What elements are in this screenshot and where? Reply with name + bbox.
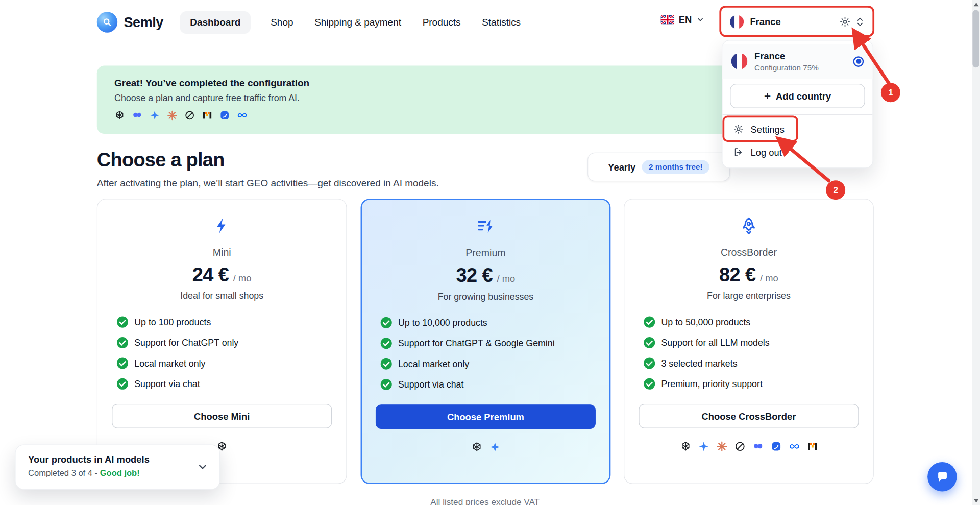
feature-list: Up to 50,000 products Support for all LL…: [644, 317, 853, 390]
gemini-icon: [489, 441, 500, 452]
country-name: France: [754, 51, 846, 62]
plan-card-crossborder: CrossBorder 82 € / mo For large enterpri…: [624, 199, 874, 484]
vertical-scrollbar[interactable]: [972, 0, 980, 505]
scrollbar-thumb[interactable]: [972, 10, 979, 68]
brand-name: Semly: [124, 14, 163, 31]
country-selector-button[interactable]: France: [723, 8, 872, 35]
widget-title: Your products in AI models: [28, 454, 207, 465]
annotation-step-circle-2: [826, 180, 845, 200]
feature-label: Support for ChatGPT & Google Gemini: [398, 338, 555, 348]
top-navigation-bar: Semly Dashboard Shop Shipping & payment …: [0, 0, 980, 45]
feature-label: Support for ChatGPT only: [134, 338, 238, 348]
widget-status-highlight: Good job!: [100, 468, 140, 477]
plan-card-premium: Premium 32 € / mo For growing businesses…: [361, 199, 611, 484]
page-title: Choose a plan: [97, 149, 439, 171]
add-country-button[interactable]: + Add country: [730, 84, 865, 108]
dropdown-divider: [723, 114, 873, 115]
feature-item: Support for ChatGPT only: [117, 337, 327, 348]
magnifier-logo-icon: [97, 12, 117, 32]
gemini-icon: [698, 441, 709, 452]
feature-label: Support for all LLM models: [662, 338, 770, 348]
brand-logo[interactable]: Semly: [97, 12, 163, 32]
choose-mini-button[interactable]: Choose Mini: [112, 404, 332, 428]
france-flag-icon: [730, 15, 744, 29]
check-icon: [644, 337, 655, 348]
plan-price: 82 € / mo: [624, 264, 873, 286]
feature-label: Local market only: [134, 358, 205, 369]
check-icon: [381, 317, 392, 328]
openai-icon: [471, 441, 482, 452]
page-subtitle: After activating the plan, we’ll start G…: [97, 178, 439, 189]
app-window: Semly Dashboard Shop Shipping & payment …: [0, 0, 980, 505]
feature-label: Local market only: [398, 359, 469, 369]
price-period: / mo: [760, 273, 778, 283]
country-config-progress: Configuration 75%: [754, 64, 846, 73]
scroll-down-arrow[interactable]: [972, 496, 980, 505]
nav-item-dashboard[interactable]: Dashboard: [180, 11, 251, 34]
feature-label: Up to 100 products: [134, 317, 211, 327]
feature-item: Up to 50,000 products: [644, 317, 853, 328]
feature-item: Premium, priority support: [644, 378, 853, 390]
uk-flag-icon: [660, 15, 674, 24]
price-value: 32 €: [456, 264, 493, 287]
feature-item: Support for all LLM models: [644, 337, 853, 348]
feature-label: Up to 50,000 products: [662, 317, 751, 327]
selected-radio-icon[interactable]: [853, 56, 864, 67]
widget-status: Completed 3 of 4 - Good job!: [28, 468, 207, 477]
chat-launcher-button[interactable]: [927, 462, 957, 492]
billing-period-label[interactable]: Yearly: [608, 162, 635, 173]
dropdown-item-logout[interactable]: Log out: [723, 140, 873, 163]
rocket-icon: [740, 217, 758, 235]
plan-name: CrossBorder: [624, 247, 873, 258]
feature-label: Up to 10,000 products: [398, 318, 487, 328]
logout-label: Log out: [751, 147, 782, 157]
openai-icon: [680, 441, 691, 452]
nav-item-shipping-payment[interactable]: Shipping & payment: [313, 11, 403, 34]
plan-tagline: For growing businesses: [362, 292, 609, 302]
billing-period-toggle[interactable]: Yearly 2 months free!: [587, 153, 730, 181]
nav-item-shop[interactable]: Shop: [270, 11, 295, 34]
plan-section-header: Choose a plan After activating the plan,…: [97, 149, 439, 188]
price-period: / mo: [497, 273, 516, 284]
billing-discount-badge: 2 months free!: [642, 160, 709, 174]
plan-tagline: Ideal for small shops: [97, 291, 346, 301]
language-selector[interactable]: EN: [660, 14, 704, 25]
choose-premium-button[interactable]: Choose Premium: [376, 404, 596, 429]
feature-label: Support via chat: [134, 379, 200, 389]
annotation-step-number-2: 2: [833, 185, 838, 195]
nav-item-statistics[interactable]: Statistics: [481, 11, 522, 34]
products-ai-models-widget[interactable]: Your products in AI models Completed 3 o…: [15, 445, 220, 490]
grok-icon: [184, 110, 195, 121]
nav-item-products[interactable]: Products: [421, 11, 462, 34]
gear-icon[interactable]: [839, 16, 850, 27]
openai-icon: [114, 110, 125, 121]
check-icon: [117, 317, 128, 328]
mistral-icon: [806, 441, 818, 452]
deepseek-icon: [132, 110, 142, 121]
plan-price: 24 € / mo: [97, 264, 346, 286]
feature-item: Local market only: [117, 357, 327, 369]
choose-crossborder-button[interactable]: Choose CrossBorder: [639, 404, 859, 428]
copilot-icon: [219, 110, 230, 121]
bolt-icon: [212, 217, 231, 235]
gemini-icon: [150, 110, 160, 121]
plan-models-row: [624, 441, 873, 452]
chevron-down-icon[interactable]: [197, 462, 208, 473]
feature-item: Up to 100 products: [117, 317, 327, 328]
price-value: 82 €: [719, 264, 755, 286]
dropdown-item-settings[interactable]: Settings: [723, 117, 873, 140]
dropdown-country-france[interactable]: France Configuration 75%: [723, 44, 873, 79]
country-info: France Configuration 75%: [754, 51, 846, 73]
plan-price: 32 € / mo: [362, 264, 609, 287]
claude-icon: [167, 110, 178, 121]
feature-label: Support via chat: [398, 379, 463, 390]
claude-icon: [716, 441, 727, 452]
feature-item: 3 selected markets: [644, 357, 853, 369]
plus-icon: +: [764, 90, 771, 102]
feature-list: Up to 100 products Support for ChatGPT o…: [117, 317, 327, 390]
check-icon: [117, 378, 128, 390]
scroll-up-arrow[interactable]: [972, 0, 980, 9]
plan-models-row: [362, 441, 609, 452]
feature-item: Support for ChatGPT & Google Gemini: [381, 338, 591, 349]
feature-label: 3 selected markets: [662, 358, 738, 369]
